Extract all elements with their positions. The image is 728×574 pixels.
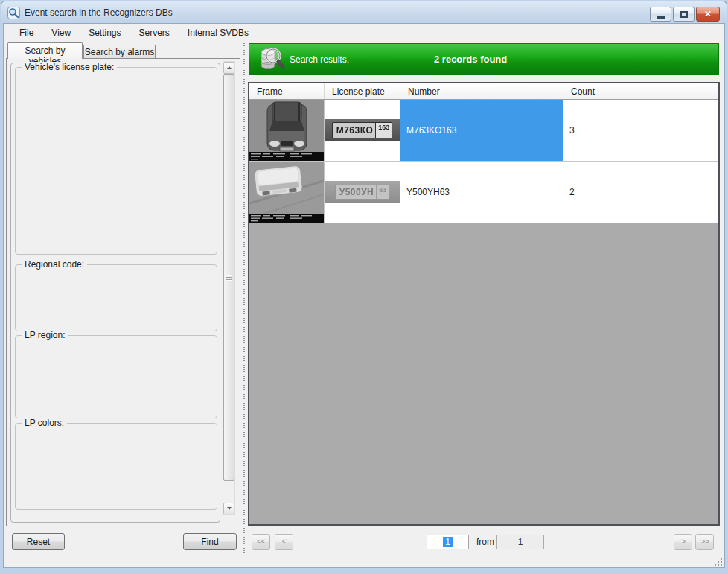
previous-page-button[interactable]: <: [275, 534, 293, 550]
arrow-down-icon: [227, 507, 232, 510]
page-number-value: 1: [443, 537, 453, 547]
banner-count-text: 2 records found: [434, 54, 507, 65]
menu-view[interactable]: View: [42, 25, 80, 42]
license-plate-group: Vehicle's license plate:: [15, 67, 217, 255]
license-plate-cell[interactable]: М763КО 163: [325, 100, 400, 161]
close-icon: ✕: [704, 10, 712, 19]
last-page-button[interactable]: >>: [695, 534, 714, 550]
column-header-number[interactable]: Number: [400, 83, 563, 99]
count-cell[interactable]: 2: [563, 162, 718, 223]
regional-code-group: Regional code:: [15, 264, 217, 331]
frame-cell[interactable]: [249, 162, 325, 223]
first-page-button[interactable]: <<: [252, 534, 270, 550]
column-header-license-plate[interactable]: License plate: [325, 83, 400, 99]
maximize-icon: [680, 11, 688, 18]
resize-grip[interactable]: [714, 558, 723, 567]
scroll-up-button[interactable]: [223, 62, 234, 74]
scroll-down-button[interactable]: [223, 503, 234, 514]
from-label: from: [476, 537, 494, 547]
scrollbar-thumb[interactable]: [223, 74, 234, 481]
plate-number-text: У500УН: [336, 187, 377, 197]
lp-colors-group: LP colors:: [15, 423, 217, 510]
tab-search-by-vehicles[interactable]: Search by vehicles: [7, 42, 83, 59]
lp-colors-group-title: LP colors:: [22, 418, 67, 428]
window-controls: ✕: [648, 7, 720, 22]
plate-image: М763КО 163: [325, 119, 400, 141]
menu-servers[interactable]: Servers: [130, 25, 179, 42]
menu-internal-svdbs[interactable]: Internal SVDBs: [179, 25, 258, 42]
column-header-frame[interactable]: Frame: [249, 83, 325, 99]
count-cell[interactable]: 3: [563, 100, 718, 161]
table-header: Frame License plate Number Count: [249, 83, 718, 100]
regional-code-group-title: Regional code:: [22, 259, 87, 270]
plate-number-text: М763КО: [333, 125, 376, 135]
lp-region-group-title: LP region:: [22, 330, 68, 340]
menubar: File View Settings Servers Internal SVDB…: [4, 25, 724, 42]
search-database-icon: [257, 46, 287, 74]
minimize-button[interactable]: [650, 7, 671, 22]
frame-cell[interactable]: [249, 100, 325, 161]
arrow-up-icon: [227, 66, 232, 69]
vehicle-frame-image: [249, 100, 324, 161]
minimize-icon: [657, 16, 665, 19]
application-window: { "window": { "title": "Event search in …: [0, 0, 728, 574]
statusbar: [4, 555, 724, 567]
total-pages-box: 1: [496, 535, 544, 549]
plate-region-text: 63: [376, 185, 389, 199]
window-title: Event search in the Recognizers DBs: [25, 7, 173, 18]
next-page-button[interactable]: >: [674, 534, 692, 550]
vehicle-frame-image: [249, 162, 324, 223]
lp-region-group: LP region:: [15, 335, 217, 418]
menu-settings[interactable]: Settings: [80, 25, 130, 42]
plate-region-text: 163: [375, 123, 392, 138]
thumb-grip-icon: [226, 275, 232, 281]
titlebar[interactable]: Event search in the Recognizers DBs ✕: [1, 1, 727, 23]
number-cell-selected[interactable]: M763KO163: [400, 100, 563, 161]
results-table: Frame License plate Number Count: [248, 82, 720, 526]
column-header-count[interactable]: Count: [563, 83, 718, 99]
license-plate-cell[interactable]: У500УН 63: [325, 162, 400, 223]
panel-splitter[interactable]: [243, 43, 245, 555]
menu-file[interactable]: File: [10, 25, 42, 42]
license-plate-group-title: Vehicle's license plate:: [22, 62, 117, 72]
plate-image: У500УН 63: [325, 181, 400, 203]
results-banner: Search results. 2 records found: [249, 43, 719, 75]
reset-button[interactable]: Reset: [12, 533, 65, 550]
table-row[interactable]: М763КО 163 M763KO163 3: [249, 100, 718, 162]
close-button[interactable]: ✕: [696, 7, 720, 22]
find-button[interactable]: Find: [183, 533, 237, 550]
table-row[interactable]: У500УН 63 Y500YH63 2: [249, 162, 718, 223]
banner-status-text: Search results.: [290, 54, 349, 65]
left-panel-scrollbar[interactable]: [223, 61, 235, 515]
number-cell[interactable]: Y500YH63: [400, 162, 563, 223]
maximize-button[interactable]: [673, 7, 695, 22]
page-number-input[interactable]: 1: [427, 535, 469, 549]
app-magnifier-icon: [7, 7, 20, 19]
tab-search-by-alarms[interactable]: Search by alarms: [83, 45, 156, 59]
